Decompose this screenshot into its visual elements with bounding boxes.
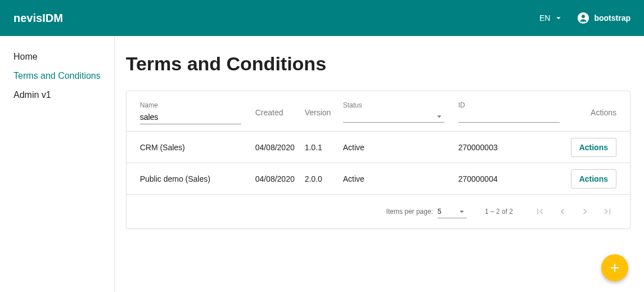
page-size-value: 5	[438, 208, 457, 215]
page-range-label: 1 – 2 of 2	[485, 208, 513, 215]
cell-created: 04/08/2020	[255, 143, 305, 152]
prev-page-button[interactable]	[551, 200, 574, 223]
row-actions-button[interactable]: Actions	[571, 169, 616, 188]
cell-id: 270000004	[458, 174, 571, 183]
data-table: Name Created Version Status ID	[126, 91, 631, 229]
filter-status-select[interactable]	[343, 110, 444, 123]
chevron-left-icon	[557, 206, 568, 217]
row-actions-button[interactable]: Actions	[571, 138, 616, 157]
language-selector[interactable]: EN	[539, 13, 564, 23]
first-page-icon	[534, 206, 546, 217]
sidebar: Home Terms and Conditions Admin v1	[0, 36, 115, 292]
page-size-select[interactable]: 5	[438, 205, 467, 218]
table-row: Public demo (Sales) 04/08/2020 2.0.0 Act…	[127, 163, 630, 195]
sidebar-item-admin[interactable]: Admin v1	[13, 86, 114, 105]
table-header-row: Name Created Version Status ID	[127, 91, 630, 132]
column-header-version: Version	[305, 108, 343, 117]
chevron-down-icon	[457, 206, 467, 217]
chevron-right-icon	[579, 206, 591, 217]
user-name: bootstrap	[594, 14, 631, 23]
filter-id-wrapper	[458, 110, 560, 123]
plus-icon	[608, 261, 622, 275]
paginator: Items per page: 5 1 – 2 of 2	[127, 195, 630, 228]
sidebar-item-terms[interactable]: Terms and Conditions	[13, 66, 114, 86]
table-row: CRM (Sales) 04/08/2020 1.0.1 Active 2700…	[127, 132, 630, 163]
language-label: EN	[539, 14, 550, 23]
cell-id: 270000003	[458, 143, 571, 152]
last-page-icon	[602, 206, 613, 217]
main-content: Terms and Conditions Name Created Versio…	[115, 36, 644, 292]
cell-name: CRM (Sales)	[140, 143, 255, 152]
add-button[interactable]	[601, 254, 628, 281]
column-header-created: Created	[255, 108, 305, 117]
column-header-id: ID	[458, 101, 571, 109]
column-header-actions: Actions	[591, 108, 616, 117]
filter-name-input[interactable]	[140, 110, 241, 124]
column-header-name: Name	[140, 101, 255, 109]
filter-id-input[interactable]	[462, 111, 560, 120]
cell-version: 2.0.0	[305, 174, 343, 183]
next-page-button[interactable]	[574, 200, 596, 223]
cell-version: 1.0.1	[305, 143, 343, 152]
app-header: nevisIDM EN bootstrap	[0, 0, 644, 36]
first-page-button[interactable]	[529, 200, 551, 223]
cell-created: 04/08/2020	[255, 174, 305, 183]
sidebar-item-home[interactable]: Home	[13, 47, 114, 66]
user-avatar-icon	[577, 12, 589, 24]
cell-name: Public demo (Sales)	[140, 174, 255, 183]
user-menu[interactable]: bootstrap	[577, 12, 631, 24]
last-page-button[interactable]	[596, 200, 619, 223]
svg-point-1	[582, 15, 586, 18]
page-title: Terms and Conditions	[126, 53, 631, 75]
chevron-down-icon	[553, 13, 564, 23]
chevron-down-icon	[434, 111, 444, 122]
cell-status: Active	[343, 143, 458, 152]
cell-status: Active	[343, 174, 458, 183]
column-header-status: Status	[343, 101, 458, 109]
brand-title: nevisIDM	[13, 12, 539, 25]
items-per-page-label: Items per page:	[386, 208, 433, 215]
